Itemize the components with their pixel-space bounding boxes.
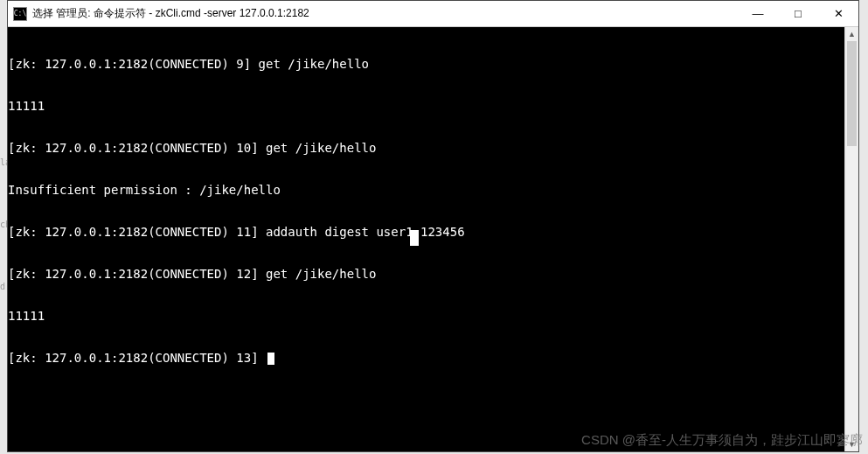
cmd-icon: C:\	[13, 7, 27, 21]
vertical-scrollbar[interactable]: ▲ ▼	[844, 27, 858, 451]
terminal-line: [zk: 127.0.0.1:2182(CONNECTED) 10] get /…	[8, 141, 844, 155]
terminal-prompt-line: [zk: 127.0.0.1:2182(CONNECTED) 13]	[8, 351, 844, 365]
terminal-line: [zk: 127.0.0.1:2182(CONNECTED) 11] addau…	[8, 225, 844, 239]
window-title: 选择 管理员: 命令提示符 - zkCli.cmd -server 127.0.…	[32, 6, 309, 21]
window-controls: — □ ✕	[738, 1, 858, 26]
minimize-button[interactable]: —	[738, 1, 778, 26]
terminal-line: 11111	[8, 99, 844, 113]
scroll-thumb[interactable]	[847, 41, 857, 146]
selection-cursor	[410, 230, 419, 246]
scroll-down-arrow-icon[interactable]: ▼	[845, 437, 858, 451]
terminal-line: [zk: 127.0.0.1:2182(CONNECTED) 9] get /j…	[8, 57, 844, 71]
maximize-button[interactable]: □	[778, 1, 818, 26]
text-cursor	[267, 353, 274, 365]
terminal-line: Insufficient permission : /jike/hello	[8, 183, 844, 197]
terminal-line: [zk: 127.0.0.1:2182(CONNECTED) 12] get /…	[8, 267, 844, 281]
terminal-line: 11111	[8, 309, 844, 323]
command-prompt-window: C:\ 选择 管理员: 命令提示符 - zkCli.cmd -server 12…	[7, 0, 859, 452]
close-button[interactable]: ✕	[818, 1, 858, 26]
titlebar[interactable]: C:\ 选择 管理员: 命令提示符 - zkCli.cmd -server 12…	[8, 1, 858, 27]
client-area: [zk: 127.0.0.1:2182(CONNECTED) 9] get /j…	[8, 27, 858, 451]
terminal-output[interactable]: [zk: 127.0.0.1:2182(CONNECTED) 9] get /j…	[8, 27, 844, 451]
scroll-up-arrow-icon[interactable]: ▲	[845, 27, 858, 41]
